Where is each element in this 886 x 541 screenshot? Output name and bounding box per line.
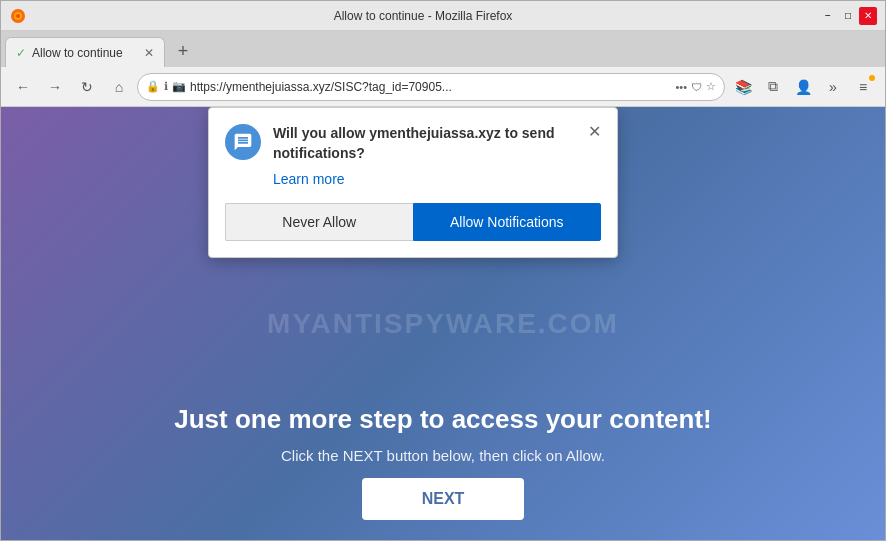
popup-title-text: Will you allow <box>273 125 369 141</box>
popup-buttons: Never Allow Allow Notifications <box>225 203 601 241</box>
tab-checkmark-icon: ✓ <box>16 46 26 60</box>
page-subtext: Click the NEXT button below, then click … <box>281 447 605 464</box>
address-bar[interactable]: 🔒 ℹ 📷 https://ymenthejuiassa.xyz/SISC?ta… <box>137 73 725 101</box>
new-tab-button[interactable]: + <box>169 37 197 65</box>
close-button[interactable]: ✕ <box>859 7 877 25</box>
tab-close-button[interactable]: ✕ <box>144 46 154 60</box>
synced-tabs-button[interactable]: ⧉ <box>759 73 787 101</box>
next-button[interactable]: NEXT <box>362 478 525 520</box>
extensions-button[interactable]: » <box>819 73 847 101</box>
popup-header: Will you allow ymenthejuiassa.xyz to sen… <box>225 124 601 163</box>
never-allow-button[interactable]: Never Allow <box>225 203 413 241</box>
back-button[interactable]: ← <box>9 73 37 101</box>
maximize-button[interactable]: □ <box>839 7 857 25</box>
notification-dot <box>869 75 875 81</box>
account-button[interactable]: 👤 <box>789 73 817 101</box>
forward-button[interactable]: → <box>41 73 69 101</box>
notification-popup: Will you allow ymenthejuiassa.xyz to sen… <box>208 107 618 258</box>
window-title: Allow to continue - Mozilla Firefox <box>27 9 819 23</box>
tab-bar: ✓ Allow to continue ✕ + <box>1 31 885 67</box>
svg-point-2 <box>16 14 20 18</box>
title-bar: Allow to continue - Mozilla Firefox − □ … <box>1 1 885 31</box>
watermark: MYANTISPYWARE.COM <box>267 308 619 340</box>
firefox-icon <box>9 7 27 25</box>
url-text: https://ymenthejuiassa.xyz/SISC?tag_id=7… <box>190 80 671 94</box>
nav-right-icons: 📚 ⧉ 👤 » ≡ <box>729 73 877 101</box>
allow-notifications-button[interactable]: Allow Notifications <box>413 203 602 241</box>
page-headline: Just one more step to access your conten… <box>174 404 711 435</box>
tab-label: Allow to continue <box>32 46 123 60</box>
popup-chat-icon <box>225 124 261 160</box>
title-bar-left <box>9 7 27 25</box>
security-icon: 🔒 <box>146 80 160 93</box>
reload-button[interactable]: ↻ <box>73 73 101 101</box>
minimize-button[interactable]: − <box>819 7 837 25</box>
active-tab[interactable]: ✓ Allow to continue ✕ <box>5 37 165 67</box>
popup-domain: ymenthejuiassa.xyz <box>369 125 501 141</box>
shield-icon: 🛡 <box>691 81 702 93</box>
bookmark-icon[interactable]: ☆ <box>706 80 716 93</box>
library-button[interactable]: 📚 <box>729 73 757 101</box>
more-icon[interactable]: ••• <box>675 81 687 93</box>
camera-icon: 📷 <box>172 80 186 93</box>
window-controls: − □ ✕ <box>819 7 877 25</box>
chat-bubble-icon <box>233 132 253 152</box>
page-content: MYANTISPYWARE.COM Just one more step to … <box>1 107 885 540</box>
nav-bar: ← → ↻ ⌂ 🔒 ℹ 📷 https://ymenthejuiassa.xyz… <box>1 67 885 107</box>
popup-text: Will you allow ymenthejuiassa.xyz to sen… <box>273 124 576 163</box>
popup-close-button[interactable]: ✕ <box>588 124 601 140</box>
info-icon: ℹ <box>164 80 168 93</box>
browser-window: Allow to continue - Mozilla Firefox − □ … <box>0 0 886 541</box>
learn-more-link[interactable]: Learn more <box>273 171 601 187</box>
menu-button[interactable]: ≡ <box>849 73 877 101</box>
home-button[interactable]: ⌂ <box>105 73 133 101</box>
